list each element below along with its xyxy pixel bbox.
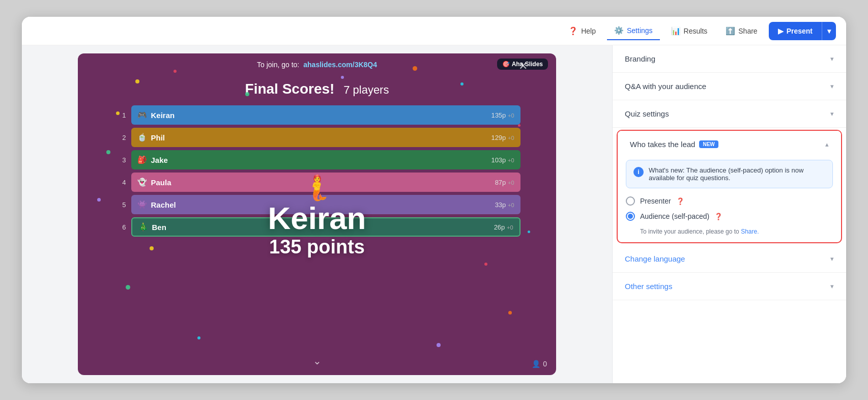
other-settings-section: Other settings ▾ xyxy=(613,273,846,300)
chevron-down-icon[interactable]: ⌄ xyxy=(313,355,322,367)
lb-emoji: 🍵 xyxy=(137,133,147,142)
invite-text: To invite your audience, please go to xyxy=(640,228,739,235)
lb-bar: 🎮 Keiran 135p +0 xyxy=(131,105,520,125)
final-scores-text: Final Scores! xyxy=(245,81,335,97)
join-text: To join, go to: xyxy=(257,61,299,69)
share-label: Share xyxy=(738,27,757,35)
left-panel: To join, go to: ahaslides.com/3K8Q4 🎯 Ah… xyxy=(22,45,612,383)
qa-label: Q&A with your audience xyxy=(625,82,706,91)
lb-rank: 2 xyxy=(114,134,126,141)
lb-bar: 👻 Paula 87p +0 xyxy=(131,173,520,192)
results-label: Results xyxy=(684,27,708,35)
branding-section: Branding ▾ xyxy=(613,45,846,73)
lb-score: 26p +0 xyxy=(494,223,513,231)
lb-rank: 6 xyxy=(114,223,126,231)
radio-options: Presenter ❓ Audience (self-paced) ❓ xyxy=(618,194,841,228)
leaderboard: 1 🎮 Keiran 135p +0 2 🍵 Phil 129p +0 3 🎒 … xyxy=(114,105,520,237)
invite-link[interactable]: Share. xyxy=(741,228,759,235)
invite-note: To invite your audience, please go to Sh… xyxy=(618,228,841,242)
quiz-header[interactable]: Quiz settings ▾ xyxy=(613,100,846,127)
settings-button[interactable]: ⚙️ Settings xyxy=(607,22,660,40)
help-button[interactable]: ❓ Help xyxy=(561,22,603,40)
audience-icon: 👤 xyxy=(532,360,540,368)
players-text: 7 players xyxy=(343,83,389,96)
quiz-label: Quiz settings xyxy=(625,109,669,118)
lb-score: 103p +0 xyxy=(491,156,514,164)
audience-option[interactable]: Audience (self-paced) ❓ xyxy=(626,212,833,221)
lb-bar: 🎒 Jake 103p +0 xyxy=(131,150,520,169)
lb-emoji: 👻 xyxy=(137,178,147,187)
quiz-chevron: ▾ xyxy=(830,110,834,118)
present-dropdown-arrow[interactable]: ▾ xyxy=(822,22,836,40)
change-lang-header[interactable]: Change language ▾ xyxy=(613,245,846,272)
audience-help-icon[interactable]: ❓ xyxy=(714,213,722,220)
audience-label: Audience (self-paced) xyxy=(640,212,709,220)
lb-emoji: 🎄 xyxy=(138,222,148,232)
who-lead-header[interactable]: Who takes the lead NEW ▴ xyxy=(618,131,841,158)
close-button[interactable]: ✕ xyxy=(518,60,528,73)
slide-title: Final Scores! 7 players xyxy=(245,81,389,97)
qa-section: Q&A with your audience ▾ xyxy=(613,73,846,100)
play-icon: ▶ xyxy=(778,27,784,35)
share-icon: ⬆️ xyxy=(726,26,735,36)
leaderboard-row: 3 🎒 Jake 103p +0 xyxy=(114,150,520,169)
lb-rank: 4 xyxy=(114,179,126,186)
lb-rank: 1 xyxy=(114,111,126,119)
leaderboard-row: 5 👾 Rachel 33p +0 xyxy=(114,195,520,214)
qa-header[interactable]: Q&A with your audience ▾ xyxy=(613,73,846,100)
lb-bar: 👾 Rachel 33p +0 xyxy=(131,195,520,214)
lb-name: Keiran xyxy=(151,111,175,120)
lb-emoji: 👾 xyxy=(137,200,147,209)
lb-score: 129p +0 xyxy=(491,134,514,141)
branding-header[interactable]: Branding ▾ xyxy=(613,45,846,72)
quiz-section: Quiz settings ▾ xyxy=(613,100,846,128)
branding-label: Branding xyxy=(625,54,655,63)
lb-emoji: 🎮 xyxy=(137,110,147,120)
present-button[interactable]: ▶ Present ▾ xyxy=(769,22,836,40)
join-bar: To join, go to: ahaslides.com/3K8Q4 xyxy=(257,61,377,69)
share-button[interactable]: ⬆️ Share xyxy=(718,22,764,40)
lb-name: Rachel xyxy=(151,201,176,209)
lb-name: Ben xyxy=(152,223,166,232)
change-lang-label: Change language xyxy=(625,254,685,263)
results-icon: 📊 xyxy=(671,26,681,36)
other-settings-label: Other settings xyxy=(625,282,672,291)
results-button[interactable]: 📊 Results xyxy=(664,22,715,40)
presenter-help-icon[interactable]: ❓ xyxy=(676,197,684,205)
qa-chevron: ▾ xyxy=(830,82,834,90)
presenter-radio[interactable] xyxy=(626,196,635,206)
audience-count-value: 0 xyxy=(543,360,547,368)
audience-radio-inner xyxy=(628,214,633,219)
help-icon: ❓ xyxy=(568,26,578,36)
lb-rank: 3 xyxy=(114,156,126,164)
leaderboard-row: 6 🎄 Ben 26p +0 xyxy=(114,217,520,237)
help-label: Help xyxy=(581,27,596,35)
winner-points: 135 points xyxy=(269,236,365,258)
lb-rank: 5 xyxy=(114,201,126,209)
branding-chevron: ▾ xyxy=(830,55,834,63)
who-lead-label: Who takes the lead xyxy=(630,140,695,149)
other-settings-header[interactable]: Other settings ▾ xyxy=(613,273,846,300)
settings-icon: ⚙️ xyxy=(614,26,624,35)
lb-bar: 🎄 Ben 26p +0 xyxy=(131,217,520,237)
lb-emoji: 🎒 xyxy=(137,155,147,164)
info-box: i What's new: The audience (self-paced) … xyxy=(626,160,833,188)
main-container: ❓ Help ⚙️ Settings 📊 Results ⬆️ Share ▶ … xyxy=(22,17,846,383)
lb-score: 87p +0 xyxy=(495,179,514,186)
presenter-label: Presenter xyxy=(640,197,671,205)
info-text: What's new: The audience (self-paced) op… xyxy=(649,166,825,182)
audience-count: 👤 0 xyxy=(532,360,547,368)
change-lang-chevron: ▾ xyxy=(830,255,834,263)
who-lead-chevron: ▴ xyxy=(825,140,829,148)
audience-radio[interactable] xyxy=(626,212,635,221)
who-lead-section: Who takes the lead NEW ▴ i What's new: T… xyxy=(617,130,842,243)
settings-label: Settings xyxy=(627,26,653,35)
leaderboard-row: 4 👻 Paula 87p +0 xyxy=(114,173,520,192)
other-settings-chevron: ▾ xyxy=(830,282,834,290)
new-badge: NEW xyxy=(699,140,718,148)
leaderboard-row: 1 🎮 Keiran 135p +0 xyxy=(114,105,520,125)
lb-name: Paula xyxy=(151,178,171,187)
lb-bar: 🍵 Phil 129p +0 xyxy=(131,128,520,147)
lb-score: 33p +0 xyxy=(495,201,514,209)
presenter-option[interactable]: Presenter ❓ xyxy=(626,196,833,206)
